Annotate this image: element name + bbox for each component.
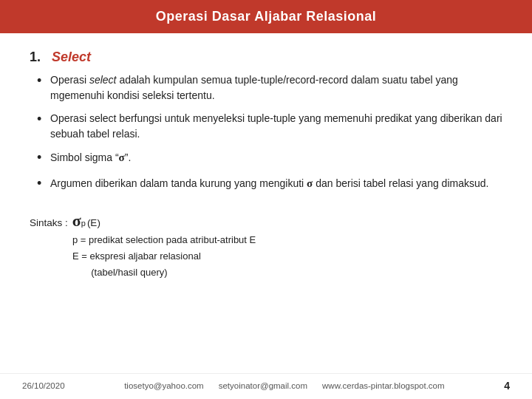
bullet-dot: •: [37, 148, 50, 168]
footer-page: 4: [504, 380, 510, 392]
sintaks-line-2: E = ekspresi aljabar relasional: [72, 248, 502, 265]
bullet-dot: •: [37, 109, 50, 129]
bullet-text-3: Simbol sigma “σ”.: [50, 149, 502, 166]
bullet-text-4: Argumen diberikan dalam tanda kurung yan…: [50, 175, 502, 192]
sintaks-formula: σp(E): [72, 213, 100, 232]
section-number: 1.: [30, 50, 41, 64]
footer-emails: tiosetyo@yahoo.com setyoinator@gmail.com…: [124, 381, 444, 390]
bullet-dot: •: [37, 71, 50, 91]
section-title-text: Select: [52, 50, 91, 64]
footer-date: 26/10/2020: [22, 381, 65, 390]
sigma-large: σ: [72, 213, 81, 229]
list-item: • Operasi select adalah kumpulan semua t…: [37, 72, 502, 103]
italic-select: select: [89, 74, 117, 86]
footer-left: 26/10/2020: [22, 381, 65, 390]
sintaks-line-3: (tabel/hasil query): [72, 265, 502, 281]
slide-footer: 26/10/2020 tiosetyo@yahoo.com setyoinato…: [0, 373, 532, 399]
bullet-text-1: Operasi select adalah kumpulan semua tup…: [50, 72, 502, 103]
bullet-list: • Operasi select adalah kumpulan semua t…: [37, 72, 502, 201]
sintaks-expression: (E): [87, 215, 100, 232]
sintaks-label: Sintaks :: [30, 215, 68, 232]
sigma-symbol-bold: σ: [119, 151, 125, 163]
bullet-text-2: Operasi select berfungsi untuk menyeleks…: [50, 111, 502, 142]
list-item: • Simbol sigma “σ”.: [37, 149, 502, 168]
footer-email2: setyoinator@gmail.com: [219, 381, 307, 390]
sintaks-formula-line: Sintaks : σp(E): [30, 213, 502, 232]
sintaks-section: Sintaks : σp(E) p = predikat selection p…: [30, 213, 502, 281]
sintaks-line-1: p = predikat selection pada atribut-atri…: [72, 232, 502, 248]
bullet-dot: •: [37, 174, 50, 194]
footer-website: www.cerdas-pintar.blogspot.com: [322, 381, 445, 390]
sigma-symbol: σ: [307, 177, 313, 189]
sintaks-subscript: p: [81, 216, 86, 231]
header-title: Operasi Dasar Aljabar Relasional: [156, 9, 376, 24]
footer-email1: tiosetyo@yahoo.com: [124, 381, 204, 390]
list-item: • Argumen diberikan dalam tanda kurung y…: [37, 175, 502, 194]
section-title: 1. Select: [30, 50, 502, 65]
list-item: • Operasi select berfungsi untuk menyele…: [37, 111, 502, 142]
slide-content: 1. Select • Operasi select adalah kumpul…: [0, 33, 532, 373]
sintaks-details: p = predikat selection pada atribut-atri…: [72, 232, 502, 281]
slide: Operasi Dasar Aljabar Relasional 1. Sele…: [0, 0, 532, 399]
slide-header: Operasi Dasar Aljabar Relasional: [0, 0, 532, 33]
